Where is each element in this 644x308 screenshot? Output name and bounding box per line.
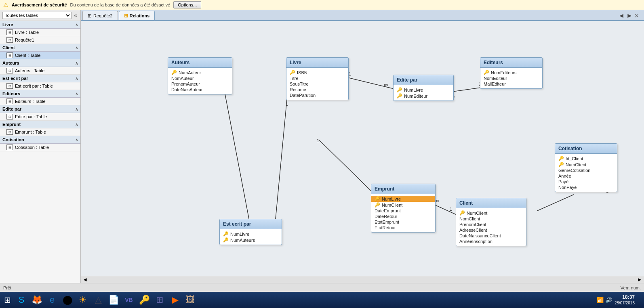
table-est-ecrit-par-body: 🔑 NumLivre 🔑 NumAuteurs (220, 229, 282, 245)
table-editeurs-body: 🔑 NumEditeurs NomEditeur MailEditeur (480, 68, 542, 88)
sidebar-group-livre[interactable]: Livre ∧ (0, 21, 80, 29)
bottom-scrollbar[interactable]: ◄ ► (81, 276, 644, 283)
sidebar-item-editeurs-table[interactable]: ⊞ Editeurs : Table (0, 98, 80, 105)
sidebar-item-auteurs-table[interactable]: ⊞ Auteurs : Table (0, 67, 80, 75)
table-cotisation-header: Cotisation (555, 144, 617, 154)
table-livre[interactable]: Livre 🔑 ISBN Titre SousTitre Resume Date… (286, 57, 349, 100)
key-icon: 🔑 (290, 70, 295, 75)
table-client-body: 🔑 NumClient NomClient PrenomClient Adres… (456, 208, 526, 246)
field-prenomclient: PrenomClient (456, 222, 526, 227)
tab-requete2[interactable]: ⊞ Requête2 (82, 11, 118, 20)
field-genrecotisation: GenreCotisation (555, 168, 617, 173)
date-display: 28/07/2015 (615, 300, 635, 306)
chrome-icon: ⬤ (63, 295, 73, 305)
field-annee: Année (555, 173, 617, 179)
table-icon: ⊞ (6, 29, 13, 35)
table-editeurs[interactable]: Editeurs 🔑 NumEditeurs NomEditeur MailEd… (480, 57, 543, 89)
sidebar-group-emprunt[interactable]: Emprunt ∧ (0, 121, 80, 128)
field-numediteurs: 🔑 NumEditeurs (480, 69, 542, 75)
scroll-left-btn[interactable]: ◄ (618, 12, 625, 19)
field-numclient-emprunt: 🔑 NumClient (371, 202, 435, 208)
scroll-right-arrow[interactable]: ► (636, 277, 644, 283)
tab-relations[interactable]: ⊞ Relations (119, 11, 155, 20)
skype-icon: S (19, 295, 25, 305)
sidebar-item-livre-table[interactable]: ⊞ Livre : Table (0, 29, 80, 36)
svg-line-9 (452, 88, 481, 92)
table-client[interactable]: Client 🔑 NumClient NomClient PrenomClien… (456, 198, 526, 246)
svg-line-15 (434, 205, 457, 215)
field-numclient-cotisation: 🔑 NumClient (555, 161, 617, 168)
taskbar-app-key[interactable]: 🔑 (137, 293, 152, 307)
scroll-right-btn[interactable]: ► (626, 12, 633, 19)
taskbar-app-vb[interactable]: VB (122, 293, 136, 307)
security-text: Du contenu de la base de données a été d… (70, 2, 170, 7)
sidebar-group-editeurs[interactable]: Editeurs ∧ (0, 90, 80, 98)
tab-relations-icon: ⊞ (124, 13, 128, 19)
sidebar: Toutes les tables « Livre ∧ ⊞ Livre : Ta… (0, 10, 81, 283)
chevron-up-icon: ∧ (75, 122, 78, 127)
table-emprunt[interactable]: Emprunt 🔑 NumLivre 🔑 NumClient DateEmpru… (371, 184, 436, 233)
key-icon: 🔑 (397, 87, 402, 92)
ie-icon: e (50, 295, 55, 305)
network-icon: 📶 (597, 297, 604, 303)
taskbar-app-ie[interactable]: e (45, 293, 59, 307)
sidebar-group-auteurs[interactable]: Auteurs ∧ (0, 59, 80, 67)
taskbar-app-sunbird[interactable]: ☀ (76, 293, 90, 307)
taskbar-app-photo[interactable]: 🖼 (183, 293, 198, 307)
field-nomauteur: NomAuteur (168, 75, 232, 81)
table-icon: ⊞ (6, 83, 13, 89)
svg-text:1: 1 (349, 71, 351, 76)
security-bar: ⚠ Avertissement de sécurité Du contenu d… (0, 0, 644, 10)
table-auteurs[interactable]: Auteurs 🔑 NumAuteur NomAuteur PrenomAute… (168, 57, 232, 94)
options-button[interactable]: Options... (173, 1, 201, 8)
sidebar-item-edite-par-table[interactable]: ⊞ Edite par : Table (0, 113, 80, 121)
field-numediteur-editepar: 🔑 NumEditeur (394, 93, 453, 99)
table-editeurs-header: Editeurs (480, 58, 542, 68)
app-icon-arrow: △ (95, 295, 102, 305)
taskbar-app-media[interactable]: ▶ (168, 293, 182, 307)
table-filter-select[interactable]: Toutes les tables (2, 12, 72, 19)
sidebar-group-cotisation[interactable]: Cotisation ∧ (0, 136, 80, 144)
svg-text:∞: ∞ (384, 82, 388, 88)
table-edite-par-body: 🔑 NumLivre 🔑 NumEditeur (394, 85, 453, 101)
chevron-up-icon: ∧ (75, 76, 78, 81)
warning-icon: ⚠ (3, 2, 8, 8)
key-icon: 🔑 (171, 70, 177, 75)
table-est-ecrit-par[interactable]: Est ecrit par 🔑 NumLivre 🔑 NumAuteurs (219, 219, 282, 245)
sidebar-group-est-ecrit-par[interactable]: Est ecrit par ∧ (0, 75, 80, 82)
sidebar-item-emprunt-table[interactable]: ⊞ Emprunt : Table (0, 128, 80, 136)
scroll-left-arrow[interactable]: ◄ (81, 277, 89, 283)
sidebar-collapse-btn[interactable]: « (73, 12, 78, 19)
field-numauteur: 🔑 NumAuteur (168, 69, 232, 75)
taskbar-app-doc[interactable]: 📄 (106, 293, 121, 307)
close-view-btn[interactable]: ✕ (634, 13, 639, 19)
table-livre-header: Livre (286, 58, 348, 68)
table-cotisation[interactable]: Cotisation 🔑 Id_Client 🔑 NumClient Genre… (555, 143, 617, 192)
start-button[interactable]: ⊞ (2, 294, 13, 306)
field-adresseclient: AdresseClient (456, 227, 526, 233)
taskbar-app-db[interactable]: ⊞ (152, 293, 167, 307)
sidebar-item-cotisation-table[interactable]: ⊞ Cotisation : Table (0, 144, 80, 151)
taskbar-app-chrome[interactable]: ⬤ (60, 293, 75, 307)
sidebar-item-est-ecrit-par-table[interactable]: ⊞ Est ecrit par : Table (0, 82, 80, 90)
sidebar-item-client-table[interactable]: ⊞ Client : Table (0, 52, 80, 59)
horizontal-scrollbar-track[interactable] (89, 277, 636, 282)
table-edite-par[interactable]: Edite par 🔑 NumLivre 🔑 NumEditeur (393, 75, 454, 101)
chevron-up-icon: ∧ (75, 46, 78, 50)
taskbar-app-firefox[interactable]: 🦊 (29, 293, 44, 307)
sidebar-item-requete1[interactable]: ⊞ Requête1 (0, 36, 80, 44)
taskbar-app-skype[interactable]: S (14, 293, 29, 307)
table-icon: ⊞ (6, 98, 13, 104)
table-emprunt-body: 🔑 NumLivre 🔑 NumClient DateEmprunt DateR… (371, 194, 435, 232)
table-icon: ⊞ (6, 129, 13, 135)
sidebar-group-edite-par[interactable]: Edite par ∧ (0, 105, 80, 113)
chevron-up-icon: ∧ (75, 23, 78, 27)
key-icon: 🔑 (375, 196, 380, 201)
table-icon: ⊞ (6, 68, 13, 73)
table-icon: ⊞ (6, 114, 13, 119)
sidebar-group-client[interactable]: Client ∧ (0, 44, 80, 52)
field-id-client: 🔑 Id_Client (555, 155, 617, 161)
field-prenomauteur: PrenomAuteur (168, 81, 232, 87)
table-cotisation-body: 🔑 Id_Client 🔑 NumClient GenreCotisation … (555, 154, 617, 192)
taskbar-app-arrow[interactable]: △ (91, 293, 105, 307)
